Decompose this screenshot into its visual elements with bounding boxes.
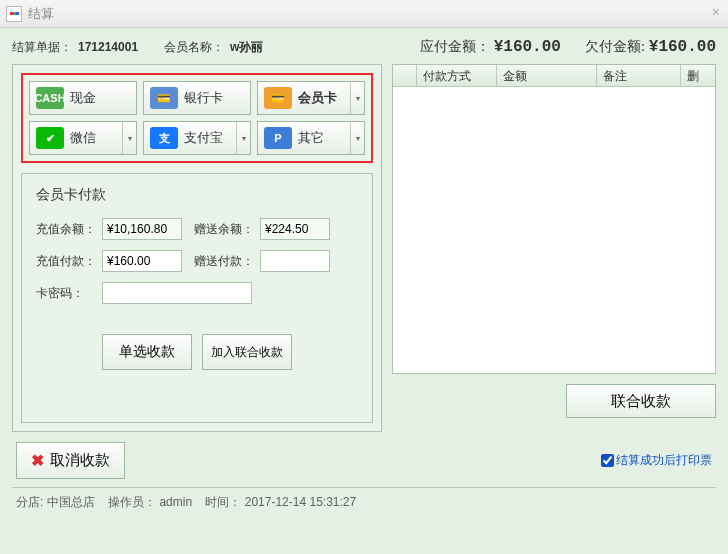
- owed-value: ¥160.00: [649, 38, 716, 56]
- order-label: 结算单据：: [12, 39, 72, 56]
- operator-value: admin: [159, 495, 192, 509]
- due-value: ¥160.00: [494, 38, 561, 56]
- operator-label: 操作员：: [108, 495, 156, 509]
- pay-wechat-label: 微信: [70, 129, 122, 147]
- pay-other-button[interactable]: P 其它 ▾: [257, 121, 365, 155]
- pay-bank-label: 银行卡: [184, 89, 250, 107]
- pay-bank-button[interactable]: 💳 银行卡: [143, 81, 251, 115]
- titlebar: 结算 ×: [0, 0, 728, 28]
- pay-wechat-button[interactable]: ✔ 微信 ▾: [29, 121, 137, 155]
- branch-value: 中国总店: [47, 495, 95, 509]
- chevron-down-icon[interactable]: ▾: [350, 82, 364, 114]
- print-after-input[interactable]: [601, 454, 614, 467]
- branch-label: 分店:: [16, 495, 43, 509]
- bank-card-icon: 💳: [150, 87, 178, 109]
- close-icon[interactable]: ×: [712, 4, 720, 20]
- owed-label: 欠付金额:: [585, 38, 645, 56]
- pay-alipay-button[interactable]: 支 支付宝 ▾: [143, 121, 251, 155]
- recharge-balance-label: 充值余额：: [36, 221, 98, 238]
- pay-member-button[interactable]: 💳 会员卡 ▾: [257, 81, 365, 115]
- card-pwd-label: 卡密码：: [36, 285, 98, 302]
- bonus-pay-field[interactable]: [260, 250, 330, 272]
- order-value: 171214001: [78, 40, 138, 54]
- table-header: 付款方式 金额 备注 删: [393, 65, 715, 87]
- member-value: w孙丽: [230, 39, 263, 56]
- chevron-down-icon[interactable]: ▾: [236, 122, 250, 154]
- right-panel: 付款方式 金额 备注 删 联合收款: [392, 64, 716, 432]
- other-pay-icon: P: [264, 127, 292, 149]
- bonus-balance-field: [260, 218, 330, 240]
- wechat-icon: ✔: [36, 127, 64, 149]
- window-title: 结算: [28, 5, 54, 23]
- cancel-collect-button[interactable]: ✖ 取消收款: [16, 442, 125, 479]
- app-icon: [6, 6, 22, 22]
- recharge-pay-field[interactable]: [102, 250, 182, 272]
- pay-cash-button[interactable]: CASH 现金: [29, 81, 137, 115]
- pay-cash-label: 现金: [70, 89, 136, 107]
- member-label: 会员名称：: [164, 39, 224, 56]
- single-collect-button[interactable]: 单选收款: [102, 334, 192, 370]
- add-combined-button[interactable]: 加入联合收款: [202, 334, 292, 370]
- member-panel-title: 会员卡付款: [36, 186, 358, 204]
- recharge-balance-field: [102, 218, 182, 240]
- member-card-icon: 💳: [264, 87, 292, 109]
- col-remark[interactable]: 备注: [597, 65, 681, 86]
- print-after-checkbox[interactable]: 结算成功后打印票: [601, 452, 712, 469]
- due-label: 应付金额：: [420, 38, 490, 56]
- time-label: 时间：: [205, 495, 241, 509]
- combined-collect-button[interactable]: 联合收款: [566, 384, 716, 418]
- left-panel: CASH 现金 💳 银行卡 💳 会员卡 ▾ ✔ 微信 ▾: [12, 64, 382, 432]
- card-password-field[interactable]: [102, 282, 252, 304]
- payment-table: 付款方式 金额 备注 删: [392, 64, 716, 374]
- pay-alipay-label: 支付宝: [184, 129, 236, 147]
- bonus-balance-label: 赠送余额：: [194, 221, 256, 238]
- chevron-down-icon[interactable]: ▾: [350, 122, 364, 154]
- cancel-x-icon: ✖: [31, 451, 44, 470]
- bonus-pay-label: 赠送付款：: [194, 253, 256, 270]
- col-blank: [393, 65, 417, 86]
- recharge-pay-label: 充值付款：: [36, 253, 98, 270]
- alipay-icon: 支: [150, 127, 178, 149]
- time-value: 2017-12-14 15:31:27: [245, 495, 356, 509]
- print-after-label: 结算成功后打印票: [616, 452, 712, 469]
- col-amount[interactable]: 金额: [497, 65, 597, 86]
- pay-member-label: 会员卡: [298, 89, 350, 107]
- col-method[interactable]: 付款方式: [417, 65, 497, 86]
- status-bar: 分店: 中国总店 操作员： admin 时间： 2017-12-14 15:31…: [12, 487, 716, 511]
- member-card-panel: 会员卡付款 充值余额： 赠送余额： 充值付款： 赠送付款： 卡密码：: [21, 173, 373, 423]
- cancel-label: 取消收款: [50, 451, 110, 470]
- header-row: 结算单据： 171214001 会员名称： w孙丽 应付金额： ¥160.00 …: [12, 38, 716, 56]
- pay-other-label: 其它: [298, 129, 350, 147]
- col-delete[interactable]: 删: [681, 65, 715, 86]
- payment-methods: CASH 现金 💳 银行卡 💳 会员卡 ▾ ✔ 微信 ▾: [21, 73, 373, 163]
- cash-icon: CASH: [36, 87, 64, 109]
- chevron-down-icon[interactable]: ▾: [122, 122, 136, 154]
